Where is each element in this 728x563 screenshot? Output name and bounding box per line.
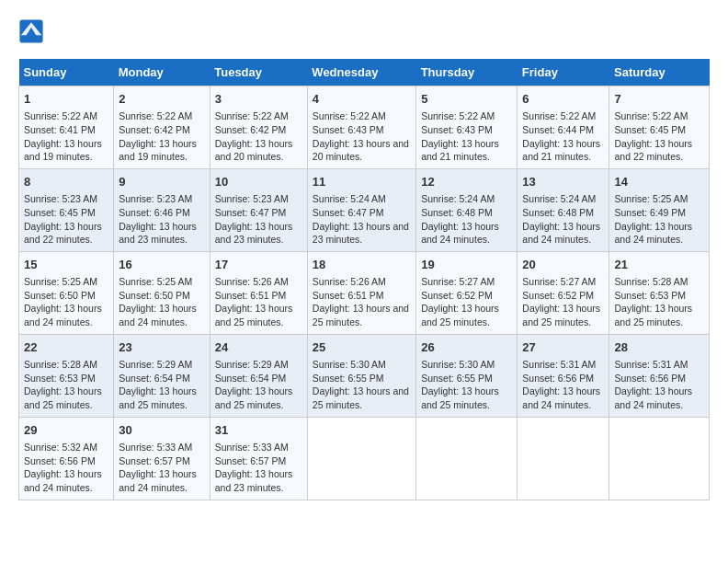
day-number: 31 <box>215 422 302 439</box>
calendar-cell: 29Sunrise: 5:32 AMSunset: 6:56 PMDayligh… <box>19 417 114 500</box>
sunset-info: Sunset: 6:41 PM <box>24 124 96 135</box>
sunset-info: Sunset: 6:52 PM <box>421 290 493 301</box>
daylight-info: Daylight: 13 hours and 22 minutes. <box>614 138 692 163</box>
sunset-info: Sunset: 6:47 PM <box>313 207 384 218</box>
daylight-info: Daylight: 13 hours and 25 minutes. <box>313 303 409 327</box>
daylight-info: Daylight: 13 hours and 24 minutes. <box>119 303 197 327</box>
sunrise-info: Sunrise: 5:22 AM <box>522 110 596 121</box>
calendar-cell: 5Sunrise: 5:22 AMSunset: 6:43 PMDaylight… <box>416 86 518 169</box>
calendar-cell: 25Sunrise: 5:30 AMSunset: 6:55 PMDayligh… <box>307 334 415 417</box>
sunset-info: Sunset: 6:44 PM <box>522 124 594 135</box>
calendar-cell: 20Sunrise: 5:27 AMSunset: 6:52 PMDayligh… <box>518 251 609 334</box>
page-header <box>18 18 710 44</box>
calendar-cell: 15Sunrise: 5:25 AMSunset: 6:50 PMDayligh… <box>19 251 114 334</box>
daylight-info: Daylight: 13 hours and 25 minutes. <box>421 385 499 410</box>
weekday-header: Friday <box>518 59 609 86</box>
daylight-info: Daylight: 13 hours and 24 minutes. <box>522 221 600 246</box>
day-number: 7 <box>614 91 704 108</box>
sunrise-info: Sunrise: 5:24 AM <box>421 193 495 204</box>
sunset-info: Sunset: 6:50 PM <box>24 290 96 301</box>
day-number: 17 <box>215 257 302 273</box>
calendar-cell: 31Sunrise: 5:33 AMSunset: 6:57 PMDayligh… <box>210 417 307 500</box>
daylight-info: Daylight: 13 hours and 23 minutes. <box>215 221 293 246</box>
sunset-info: Sunset: 6:57 PM <box>215 455 287 466</box>
sunrise-info: Sunrise: 5:22 AM <box>24 110 97 121</box>
day-number: 24 <box>215 339 302 356</box>
day-number: 23 <box>119 339 205 356</box>
calendar-cell: 24Sunrise: 5:29 AMSunset: 6:54 PMDayligh… <box>210 334 307 417</box>
sunrise-info: Sunrise: 5:22 AM <box>421 110 495 121</box>
calendar-week-row: 22Sunrise: 5:28 AMSunset: 6:53 PMDayligh… <box>19 334 710 417</box>
sunset-info: Sunset: 6:49 PM <box>614 207 686 218</box>
sunset-info: Sunset: 6:56 PM <box>24 455 96 466</box>
day-number: 18 <box>313 257 411 273</box>
day-number: 28 <box>614 339 704 356</box>
day-number: 1 <box>24 91 108 108</box>
daylight-info: Daylight: 13 hours and 24 minutes. <box>119 468 197 493</box>
sunrise-info: Sunrise: 5:28 AM <box>614 276 688 287</box>
sunrise-info: Sunrise: 5:33 AM <box>215 442 289 453</box>
sunset-info: Sunset: 6:57 PM <box>119 455 190 466</box>
sunset-info: Sunset: 6:43 PM <box>421 124 493 135</box>
calendar-week-row: 15Sunrise: 5:25 AMSunset: 6:50 PMDayligh… <box>19 251 710 334</box>
calendar-table: SundayMondayTuesdayWednesdayThursdayFrid… <box>18 59 710 500</box>
logo-icon <box>18 18 44 44</box>
day-number: 4 <box>313 91 411 108</box>
calendar-cell: 4Sunrise: 5:22 AMSunset: 6:43 PMDaylight… <box>307 86 415 169</box>
day-number: 10 <box>215 174 302 190</box>
calendar-cell: 22Sunrise: 5:28 AMSunset: 6:53 PMDayligh… <box>19 334 114 417</box>
day-number: 6 <box>522 91 604 108</box>
daylight-info: Daylight: 13 hours and 23 minutes. <box>313 221 409 246</box>
daylight-info: Daylight: 13 hours and 24 minutes. <box>24 303 102 327</box>
day-number: 15 <box>24 257 108 273</box>
calendar-cell: 16Sunrise: 5:25 AMSunset: 6:50 PMDayligh… <box>114 251 210 334</box>
sunset-info: Sunset: 6:43 PM <box>313 124 384 135</box>
sunset-info: Sunset: 6:54 PM <box>215 373 287 384</box>
calendar-cell: 14Sunrise: 5:25 AMSunset: 6:49 PMDayligh… <box>609 168 710 251</box>
sunset-info: Sunset: 6:52 PM <box>522 290 594 301</box>
sunset-info: Sunset: 6:55 PM <box>313 373 384 384</box>
calendar-cell: 9Sunrise: 5:23 AMSunset: 6:46 PMDaylight… <box>114 168 210 251</box>
sunrise-info: Sunrise: 5:24 AM <box>522 193 596 204</box>
day-number: 16 <box>119 257 205 273</box>
sunset-info: Sunset: 6:50 PM <box>119 290 190 301</box>
sunrise-info: Sunrise: 5:24 AM <box>313 193 386 204</box>
calendar-cell: 13Sunrise: 5:24 AMSunset: 6:48 PMDayligh… <box>518 168 609 251</box>
day-number: 29 <box>24 422 108 439</box>
daylight-info: Daylight: 13 hours and 20 minutes. <box>215 138 293 163</box>
sunset-info: Sunset: 6:45 PM <box>614 124 686 135</box>
day-number: 12 <box>421 174 512 190</box>
weekday-header: Monday <box>114 59 210 86</box>
sunrise-info: Sunrise: 5:23 AM <box>119 193 192 204</box>
sunset-info: Sunset: 6:53 PM <box>614 290 686 301</box>
calendar-cell: 3Sunrise: 5:22 AMSunset: 6:42 PMDaylight… <box>210 86 307 169</box>
sunrise-info: Sunrise: 5:29 AM <box>215 359 289 370</box>
day-number: 8 <box>24 174 108 190</box>
sunrise-info: Sunrise: 5:25 AM <box>119 276 192 287</box>
daylight-info: Daylight: 13 hours and 21 minutes. <box>522 138 600 163</box>
calendar-cell: 1Sunrise: 5:22 AMSunset: 6:41 PMDaylight… <box>19 86 114 169</box>
day-number: 9 <box>119 174 205 190</box>
calendar-cell: 18Sunrise: 5:26 AMSunset: 6:51 PMDayligh… <box>307 251 415 334</box>
calendar-cell: 17Sunrise: 5:26 AMSunset: 6:51 PMDayligh… <box>210 251 307 334</box>
sunrise-info: Sunrise: 5:30 AM <box>313 359 386 370</box>
sunrise-info: Sunrise: 5:28 AM <box>24 359 97 370</box>
sunset-info: Sunset: 6:56 PM <box>614 373 686 384</box>
sunset-info: Sunset: 6:42 PM <box>119 124 190 135</box>
sunrise-info: Sunrise: 5:30 AM <box>421 359 495 370</box>
sunset-info: Sunset: 6:47 PM <box>215 207 287 218</box>
sunset-info: Sunset: 6:55 PM <box>421 373 493 384</box>
calendar-cell <box>518 417 609 500</box>
day-number: 19 <box>421 257 512 273</box>
daylight-info: Daylight: 13 hours and 25 minutes. <box>24 385 102 410</box>
calendar-week-row: 29Sunrise: 5:32 AMSunset: 6:56 PMDayligh… <box>19 417 710 500</box>
sunset-info: Sunset: 6:56 PM <box>522 373 594 384</box>
calendar-cell: 12Sunrise: 5:24 AMSunset: 6:48 PMDayligh… <box>416 168 518 251</box>
calendar-cell: 28Sunrise: 5:31 AMSunset: 6:56 PMDayligh… <box>609 334 710 417</box>
calendar-cell: 21Sunrise: 5:28 AMSunset: 6:53 PMDayligh… <box>609 251 710 334</box>
calendar-cell: 19Sunrise: 5:27 AMSunset: 6:52 PMDayligh… <box>416 251 518 334</box>
calendar-cell: 23Sunrise: 5:29 AMSunset: 6:54 PMDayligh… <box>114 334 210 417</box>
daylight-info: Daylight: 13 hours and 24 minutes. <box>24 468 102 493</box>
sunset-info: Sunset: 6:51 PM <box>215 290 287 301</box>
daylight-info: Daylight: 13 hours and 19 minutes. <box>119 138 197 163</box>
